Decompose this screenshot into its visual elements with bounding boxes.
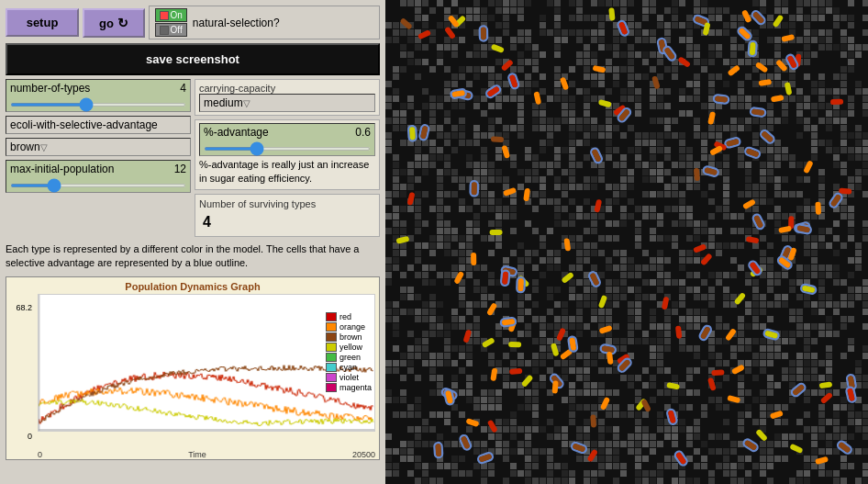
graph-legend: redorangebrownyellowgreencyanvioletmagen… xyxy=(326,312,372,393)
mid-right: carrying-capacity medium ▽ %-advantage 0… xyxy=(195,79,380,237)
off-indicator xyxy=(160,26,169,35)
graph-container: Population Dynamics Graph 68.2 0 redoran… xyxy=(6,276,380,460)
ecoli-label: ecoli-with-selective-advantage xyxy=(10,118,158,131)
mid-controls: number-of-types 4 ecoli-with-selective-a… xyxy=(6,79,380,237)
legend-item-violet: violet xyxy=(326,373,372,382)
surviving-types-value: 4 xyxy=(199,212,375,232)
max-population-input[interactable] xyxy=(10,184,186,187)
surviving-types-box: Number of surviving types 4 xyxy=(195,194,380,237)
pct-advantage-value: 0.6 xyxy=(355,126,371,139)
top-controls: setup go ↻ On Off natural-selection? xyxy=(6,6,380,39)
max-population-value: 12 xyxy=(174,163,186,175)
graph-x-axis: 0 Time 20500 xyxy=(10,450,375,459)
number-of-types-label: number-of-types xyxy=(10,82,90,95)
pct-advantage-input[interactable] xyxy=(204,147,371,151)
natural-selection-box: On Off natural-selection? xyxy=(149,6,380,39)
ecoli-value-row[interactable]: brown ▽ xyxy=(6,138,191,156)
ecoli-dropdown[interactable]: ecoli-with-selective-advantage xyxy=(6,116,191,134)
graph-x-max: 20500 xyxy=(352,450,375,459)
legend-item-cyan: cyan xyxy=(326,363,372,372)
carrying-capacity-value: medium xyxy=(204,96,243,109)
max-population-label: max-initial-population xyxy=(10,163,114,175)
screenshot-button[interactable]: save screenshot xyxy=(6,43,380,75)
number-of-types-slider: number-of-types 4 xyxy=(6,79,191,112)
world-canvas xyxy=(385,0,868,484)
on-label: On xyxy=(171,10,183,20)
right-panel xyxy=(385,0,868,484)
legend-item-red: red xyxy=(326,312,372,321)
toggle-group: On Off xyxy=(155,8,187,37)
info-text: Each type is represented by a different … xyxy=(6,242,380,271)
pct-advantage-description: %-advantage is really just an increase i… xyxy=(199,158,375,186)
carrying-capacity-box: carrying-capacity medium ▽ xyxy=(195,79,380,116)
legend-item-brown: brown xyxy=(326,332,372,342)
graph-x-min: 0 xyxy=(38,450,42,459)
ecoli-dropdown-arrow: ▽ xyxy=(40,142,48,152)
legend-item-green: green xyxy=(326,353,372,362)
on-indicator xyxy=(160,11,169,20)
surviving-types-label: Number of surviving types xyxy=(199,198,375,209)
graph-canvas xyxy=(38,294,375,432)
carrying-capacity-label: carrying-capacity xyxy=(199,83,375,94)
setup-button[interactable]: setup xyxy=(6,8,79,37)
graph-x-label: Time xyxy=(188,450,206,459)
toggle-off[interactable]: Off xyxy=(155,23,187,37)
carrying-capacity-arrow: ▽ xyxy=(243,98,250,108)
ecoli-value: brown xyxy=(10,141,40,153)
graph-title: Population Dynamics Graph xyxy=(10,281,375,292)
carrying-capacity-dropdown[interactable]: medium ▽ xyxy=(199,94,375,112)
number-of-types-input[interactable] xyxy=(10,103,186,107)
mid-left: number-of-types 4 ecoli-with-selective-a… xyxy=(6,79,191,237)
graph-y-min: 0 xyxy=(10,432,32,441)
max-population-slider: max-initial-population 12 xyxy=(6,160,191,193)
graph-area: 68.2 0 redorangebrownyellowgreencyanviol… xyxy=(10,294,375,450)
legend-item-magenta: magenta xyxy=(326,383,372,392)
legend-item-yellow: yellow xyxy=(326,343,372,352)
graph-y-max: 68.2 xyxy=(10,303,32,312)
go-label: go xyxy=(99,17,114,30)
go-icon: ↻ xyxy=(117,16,128,30)
legend-item-orange: orange xyxy=(326,322,372,332)
pct-advantage-box: %-advantage 0.6 %-advantage is really ju… xyxy=(195,119,380,190)
graph-canvas-container: redorangebrownyellowgreencyanvioletmagen… xyxy=(38,294,375,450)
number-of-types-value: 4 xyxy=(180,82,186,95)
toggle-on[interactable]: On xyxy=(155,8,187,22)
natural-selection-label: natural-selection? xyxy=(193,17,280,29)
off-label: Off xyxy=(171,25,183,35)
pct-advantage-label: %-advantage xyxy=(204,126,269,139)
left-panel: setup go ↻ On Off natural-selection? sav… xyxy=(0,0,385,484)
go-button[interactable]: go ↻ xyxy=(83,8,145,38)
pct-advantage-slider: %-advantage 0.6 xyxy=(199,123,375,156)
